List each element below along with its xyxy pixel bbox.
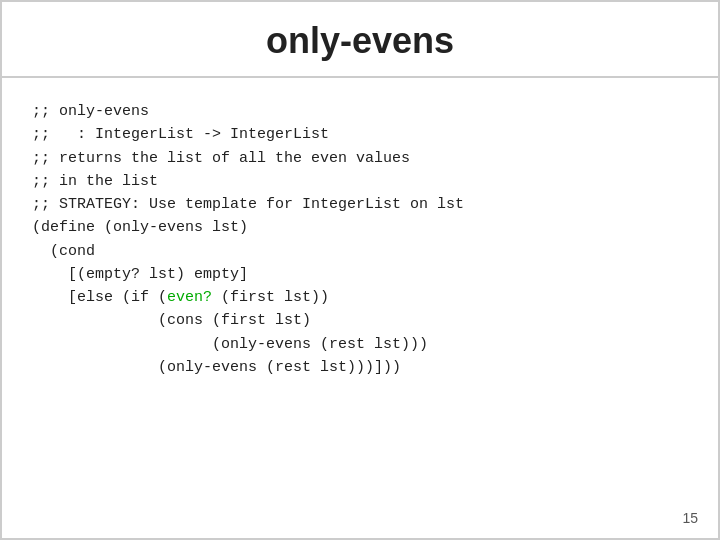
code-block: ;; only-evens ;; : IntegerList -> Intege… xyxy=(32,100,688,402)
code-line-1: ;; only-evens ;; : IntegerList -> Intege… xyxy=(32,103,464,376)
content-area: ;; only-evens ;; : IntegerList -> Intege… xyxy=(2,78,718,538)
slide-container: only-evens ;; only-evens ;; : IntegerLis… xyxy=(0,0,720,540)
slide-title: only-evens xyxy=(266,20,454,61)
green-even: even? xyxy=(167,289,212,306)
title-bar: only-evens xyxy=(2,2,718,78)
page-number: 15 xyxy=(682,510,698,526)
